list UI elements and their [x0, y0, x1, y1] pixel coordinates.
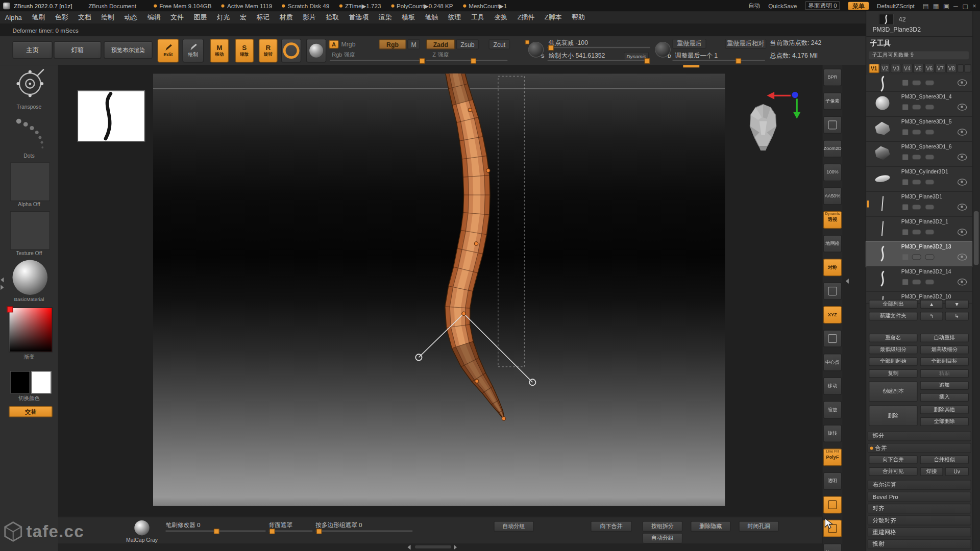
- left-tray-expand-icon[interactable]: [1, 285, 4, 290]
- eye-icon[interactable]: [958, 179, 967, 185]
- eye-icon[interactable]: [958, 80, 967, 86]
- copy-button[interactable]: 复制: [869, 369, 918, 378]
- toggle-icon[interactable]: [912, 254, 921, 260]
- menu-变换[interactable]: 变换: [489, 13, 512, 22]
- auto-button[interactable]: 自动: [748, 2, 760, 10]
- alpha-slot[interactable]: [10, 162, 50, 201]
- folder-up-icon[interactable]: ↰: [920, 312, 943, 320]
- menu-动态[interactable]: 动态: [119, 13, 142, 22]
- stroke-preview-button[interactable]: [306, 39, 326, 63]
- list-all-button[interactable]: 全部列出: [869, 300, 918, 309]
- tab-V7[interactable]: V7: [935, 64, 945, 73]
- rgb-button[interactable]: Rgb: [379, 39, 406, 49]
- menu-编辑[interactable]: 编辑: [142, 13, 165, 22]
- symmetry-button[interactable]: 对称: [823, 259, 842, 276]
- menu-工具[interactable]: 工具: [466, 13, 489, 22]
- toggle-icon[interactable]: [925, 279, 934, 285]
- frame-icon[interactable]: [823, 282, 842, 299]
- paint-icon[interactable]: [902, 154, 908, 160]
- delete-other-button[interactable]: 删除其他: [920, 406, 969, 414]
- zadd-button[interactable]: Zadd: [426, 39, 455, 49]
- weld-button[interactable]: 焊接: [920, 467, 943, 476]
- polygroup-mask-slider[interactable]: [315, 531, 412, 532]
- merge-similar-button[interactable]: 合并相似: [920, 456, 969, 464]
- rotate-button[interactable]: R 旋转: [259, 39, 278, 63]
- menu-灯光[interactable]: 灯光: [212, 13, 235, 22]
- menu-button[interactable]: 菜单: [848, 2, 869, 10]
- menu-笔刷[interactable]: 笔刷: [27, 13, 50, 22]
- brush-modifier-handle[interactable]: [214, 529, 219, 534]
- z-intensity-handle[interactable]: [471, 58, 476, 64]
- polyframe-button[interactable]: Line FillPolyF: [823, 448, 842, 466]
- zcut-button[interactable]: Zcut: [489, 39, 510, 49]
- perspective-button[interactable]: Dynamic透视: [823, 211, 842, 229]
- toggle-icon[interactable]: [925, 80, 934, 86]
- menu-影片[interactable]: 影片: [298, 13, 321, 22]
- paint-icon[interactable]: [902, 179, 908, 185]
- toggle-icon[interactable]: [912, 154, 921, 160]
- paint-icon[interactable]: [902, 279, 908, 285]
- close-holes-button[interactable]: 封闭孔洞: [739, 521, 778, 532]
- ghost-button[interactable]: [823, 496, 842, 513]
- horizontal-scrollbar[interactable]: [415, 545, 451, 548]
- xyz-button[interactable]: XYZ: [823, 306, 842, 323]
- ui-transparency-control[interactable]: 界面透明 0: [805, 1, 840, 10]
- redo-last-relative-button[interactable]: 重做最后相对: [725, 39, 766, 49]
- restore-icon[interactable]: ▢: [962, 2, 968, 9]
- duplicate-button[interactable]: 创建副本: [869, 381, 918, 402]
- polygroup-mask-label[interactable]: 按多边形组遮罩 0: [315, 521, 362, 530]
- eye-icon[interactable]: [958, 104, 967, 110]
- subtool-item-PM3D_Plane3D2_13[interactable]: PM3D_Plane3D2_13: [866, 242, 972, 267]
- toggle-icon[interactable]: [912, 104, 921, 110]
- merge-visible-button[interactable]: 合并可见: [869, 467, 918, 476]
- rgb-intensity-slider[interactable]: [330, 60, 424, 61]
- toggle-icon[interactable]: [912, 179, 921, 185]
- groups-split-button[interactable]: 按组拆分: [643, 521, 682, 532]
- subtool-item-PM3D_Plane3D2_1[interactable]: PM3D_Plane3D2_1: [866, 217, 972, 242]
- auto-groups-2-button[interactable]: 自动分组: [643, 533, 682, 543]
- rgb-intensity-label[interactable]: Rgb 强度: [332, 51, 355, 59]
- material-slot[interactable]: [12, 260, 47, 295]
- all-to-target-button[interactable]: 全部到目标: [920, 357, 969, 366]
- delete-button[interactable]: 删除: [869, 406, 918, 426]
- auto-reorder-button[interactable]: 自动重排: [920, 334, 969, 342]
- spin-icon[interactable]: [823, 330, 842, 347]
- swap-color-button[interactable]: 交替: [9, 406, 53, 417]
- scroll-right-icon[interactable]: [454, 545, 457, 550]
- panel-scrollbar-thumb[interactable]: [974, 211, 979, 265]
- menu-Alpha[interactable]: Alpha: [0, 14, 27, 21]
- eye-icon[interactable]: [958, 279, 967, 285]
- tab-V1[interactable]: V1: [869, 64, 879, 73]
- uv-button[interactable]: Uv: [945, 467, 969, 476]
- tab-V3[interactable]: V3: [891, 64, 901, 73]
- subtool-item-PM3D_Sphere3D1_6[interactable]: PM3D_Sphere3D1_6: [866, 142, 972, 167]
- scroll-left-icon[interactable]: [407, 545, 410, 550]
- auto-groups-button[interactable]: 自动分组: [494, 521, 533, 532]
- home-button[interactable]: 主页: [12, 41, 52, 59]
- s-knob[interactable]: S: [528, 42, 544, 58]
- menu-Z插件[interactable]: Z插件: [512, 13, 540, 22]
- align-section[interactable]: 对齐: [868, 504, 971, 514]
- backface-mask-slider[interactable]: [269, 531, 313, 532]
- list-option-icon-2[interactable]: [965, 64, 971, 72]
- quicksave-button[interactable]: QuickSave: [768, 2, 797, 9]
- eye-icon[interactable]: [958, 204, 967, 210]
- paint-icon[interactable]: [902, 204, 908, 210]
- split-section[interactable]: 拆分: [868, 431, 971, 441]
- toggle-icon[interactable]: [912, 204, 921, 210]
- m-button[interactable]: M: [407, 39, 420, 49]
- focal-shift-handle[interactable]: [548, 45, 554, 51]
- main-color-swatch[interactable]: [10, 371, 30, 393]
- insert-button[interactable]: 插入: [920, 393, 969, 402]
- merge-down-button[interactable]: 向下合并: [869, 456, 918, 464]
- paint-icon[interactable]: [902, 80, 908, 86]
- palette-icon[interactable]: ▦: [933, 2, 939, 9]
- move-down-button[interactable]: ▼: [945, 300, 969, 309]
- matcap-ball-icon[interactable]: [134, 520, 149, 535]
- rgb-intensity-handle[interactable]: [420, 58, 425, 64]
- subtool-item-PM3D_Plane3D1[interactable]: PM3D_Plane3D1: [866, 192, 972, 217]
- menu-纹理[interactable]: 纹理: [443, 13, 466, 22]
- eye-icon[interactable]: [958, 154, 967, 160]
- folder-down-icon[interactable]: ↳: [945, 312, 969, 320]
- draw-size-handle[interactable]: [644, 58, 650, 64]
